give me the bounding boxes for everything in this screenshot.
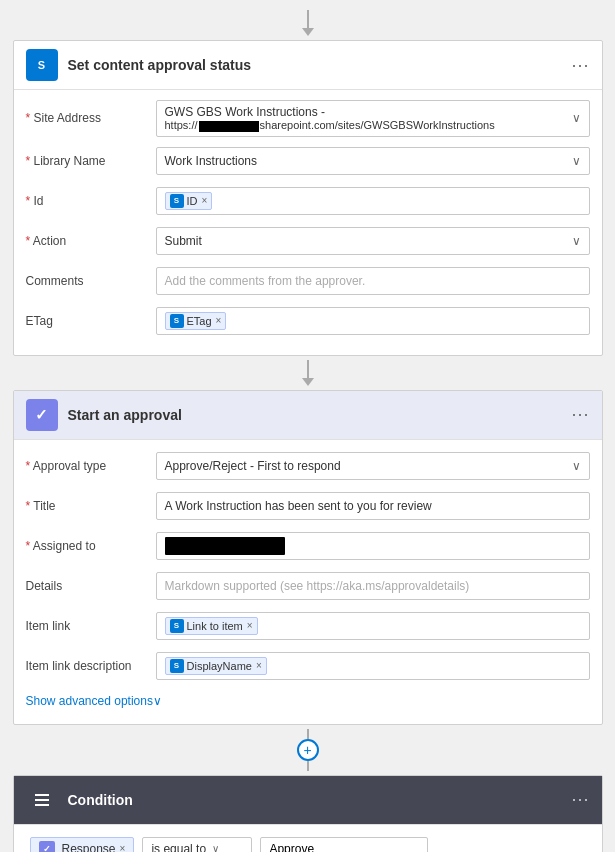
condition-operator-label: is equal to (151, 842, 206, 852)
add-step-button[interactable]: + (297, 739, 319, 761)
svg-rect-1 (35, 799, 49, 801)
library-name-label: * Library Name (26, 154, 156, 168)
item-link-control[interactable]: S Link to item × (156, 612, 590, 640)
item-link-token-icon: S (170, 619, 184, 633)
approval-type-control[interactable]: Approve/Reject - First to respond ∨ (156, 452, 590, 480)
action-value: Submit (165, 234, 202, 248)
start-approval-card: ✓ Start an approval ··· * Approval type … (13, 390, 603, 725)
action-control[interactable]: Submit ∨ (156, 227, 590, 255)
etag-token-close[interactable]: × (216, 315, 222, 326)
start-approval-title: Start an approval (68, 407, 572, 423)
etag-control[interactable]: S ETag × (156, 307, 590, 335)
response-token-icon: ✓ (39, 841, 55, 852)
assigned-to-control[interactable] (156, 532, 590, 560)
site-address-url: https://sharepoint.com/sites/GWSGBSWorkI… (165, 119, 572, 132)
item-link-desc-token: S DisplayName × (165, 657, 267, 675)
action-dropdown-arrow[interactable]: ∨ (572, 234, 581, 248)
id-control[interactable]: S ID × (156, 187, 590, 215)
item-link-token: S Link to item × (165, 617, 258, 635)
site-address-required: * (26, 111, 34, 125)
condition-menu[interactable]: ··· (571, 789, 589, 810)
item-link-token-label: Link to item (187, 620, 243, 632)
response-token-close[interactable]: × (120, 843, 126, 852)
start-approval-body: * Approval type Approve/Reject - First t… (14, 440, 602, 724)
item-link-label: Item link (26, 619, 156, 633)
response-token: ✓ Response × (30, 837, 135, 852)
content-approval-menu[interactable]: ··· (571, 55, 589, 76)
content-approval-body: * Site Address GWS GBS Work Instructions… (14, 90, 602, 355)
start-approval-menu[interactable]: ··· (571, 404, 589, 425)
title-value: A Work Instruction has been sent to you … (165, 499, 432, 513)
show-advanced-arrow: ∨ (153, 694, 162, 708)
approval-icon: ✓ (26, 399, 58, 431)
comments-label: Comments (26, 274, 156, 288)
start-approval-header: ✓ Start an approval ··· (14, 391, 602, 440)
site-address-value: GWS GBS Work Instructions - https://shar… (165, 105, 572, 132)
details-row: Details Markdown supported (see https://… (26, 570, 590, 602)
content-approval-title: Set content approval status (68, 57, 572, 73)
connector-line (307, 10, 309, 28)
add-connector: + (297, 729, 319, 771)
add-step-plus: + (303, 742, 311, 758)
item-link-desc-row: Item link description S DisplayName × (26, 650, 590, 682)
id-token-label: ID (187, 195, 198, 207)
action-row: * Action Submit ∨ (26, 225, 590, 257)
condition-header: Condition ··· (14, 776, 602, 825)
svg-rect-0 (35, 794, 49, 796)
id-token-close[interactable]: × (202, 195, 208, 206)
approval-type-value: Approve/Reject - First to respond (165, 459, 341, 473)
etag-token: S ETag × (165, 312, 227, 330)
add-line-top (307, 729, 309, 739)
connector-arrowhead (302, 28, 314, 36)
approval-type-arrow[interactable]: ∨ (572, 459, 581, 473)
connector-1-head (302, 378, 314, 386)
site-address-label: * Site Address (26, 111, 156, 125)
item-link-row: Item link S Link to item × (26, 610, 590, 642)
assigned-to-row: * Assigned to (26, 530, 590, 562)
condition-expression-row: ✓ Response × is equal to ∨ (30, 837, 586, 852)
etag-label: ETag (26, 314, 156, 328)
id-label: * Id (26, 194, 156, 208)
add-line-bottom (307, 761, 309, 771)
condition-icon-svg (33, 791, 51, 809)
item-link-token-close[interactable]: × (247, 620, 253, 631)
assigned-to-redacted (165, 537, 285, 555)
id-token-icon: S (170, 194, 184, 208)
condition-card: Condition ··· ✓ Response × is equal to ∨ (13, 775, 603, 852)
site-address-line1: GWS GBS Work Instructions - (165, 105, 572, 119)
condition-operator[interactable]: is equal to ∨ (142, 837, 252, 852)
item-link-desc-token-close[interactable]: × (256, 660, 262, 671)
comments-control[interactable]: Add the comments from the approver. (156, 267, 590, 295)
library-name-row: * Library Name Work Instructions ∨ (26, 145, 590, 177)
comments-placeholder: Add the comments from the approver. (165, 274, 366, 288)
show-advanced-label: Show advanced options (26, 694, 153, 708)
condition-operator-arrow: ∨ (212, 843, 219, 852)
details-control[interactable]: Markdown supported (see https://aka.ms/a… (156, 572, 590, 600)
show-advanced-options[interactable]: Show advanced options ∨ (26, 690, 590, 714)
item-link-desc-control[interactable]: S DisplayName × (156, 652, 590, 680)
approval-type-row: * Approval type Approve/Reject - First t… (26, 450, 590, 482)
library-name-dropdown-arrow[interactable]: ∨ (572, 154, 581, 168)
site-address-dropdown-arrow[interactable]: ∨ (572, 111, 581, 125)
action-label: * Action (26, 234, 156, 248)
library-name-control[interactable]: Work Instructions ∨ (156, 147, 590, 175)
top-connector (302, 10, 314, 36)
condition-title: Condition (68, 792, 572, 808)
content-approval-header: S Set content approval status ··· (14, 41, 602, 90)
item-link-desc-token-icon: S (170, 659, 184, 673)
library-name-value: Work Instructions (165, 154, 257, 168)
title-row: * Title A Work Instruction has been sent… (26, 490, 590, 522)
item-link-desc-label: Item link description (26, 659, 156, 673)
approval-type-label: * Approval type (26, 459, 156, 473)
condition-body: ✓ Response × is equal to ∨ + Add ∨ (14, 825, 602, 852)
title-control[interactable]: A Work Instruction has been sent to you … (156, 492, 590, 520)
site-address-control[interactable]: GWS GBS Work Instructions - https://shar… (156, 100, 590, 137)
redacted-url (199, 121, 259, 132)
sp-logo-text: S (38, 59, 45, 71)
assigned-to-label: * Assigned to (26, 539, 156, 553)
approval-sym: ✓ (35, 406, 48, 424)
sharepoint-icon: S (26, 49, 58, 81)
details-label: Details (26, 579, 156, 593)
etag-row: ETag S ETag × (26, 305, 590, 337)
condition-value-input[interactable] (260, 837, 428, 852)
